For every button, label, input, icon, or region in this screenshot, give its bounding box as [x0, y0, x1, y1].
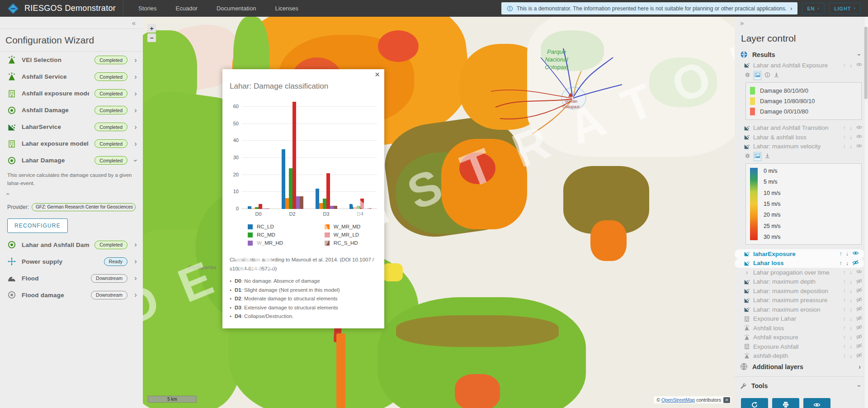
- map[interactable]: ParqueNacionalCotopaxi VolcánCotopaxi Co…: [143, 17, 735, 408]
- move-up-icon[interactable]: ↑: [840, 251, 842, 257]
- move-up-icon[interactable]: ↑: [843, 134, 846, 140]
- move-down-icon[interactable]: ↓: [846, 251, 849, 257]
- download-icon[interactable]: [764, 152, 770, 161]
- move-up-icon[interactable]: ↑: [843, 343, 846, 350]
- move-up-icon[interactable]: ↑: [843, 353, 846, 359]
- layer-laharexposure[interactable]: laharExposure↑↓: [735, 249, 864, 259]
- move-up-icon[interactable]: ↑: [843, 125, 846, 131]
- collapse-caret-row[interactable]: ›: [0, 189, 143, 198]
- info-icon[interactable]: [764, 71, 770, 80]
- eye-off-icon[interactable]: [856, 333, 863, 342]
- move-down-icon[interactable]: ↓: [849, 325, 852, 331]
- openstreetmap-link[interactable]: OpenStreetMap: [661, 397, 695, 403]
- layer-ashfall-exposure[interactable]: Ashfall exposure↑↓: [735, 333, 868, 342]
- move-down-icon[interactable]: ↓: [849, 134, 852, 140]
- eye-off-icon[interactable]: [856, 352, 863, 360]
- layer-lahar-maximum-deposition[interactable]: Lahar: maximum deposition↑↓: [735, 286, 868, 296]
- scrollbar-thumb[interactable]: [864, 27, 868, 99]
- wizard-step-ashfall-exposure-model[interactable]: Ashfall exposure modelCompleted›: [0, 85, 143, 102]
- nav-link-licenses[interactable]: Licenses: [275, 5, 298, 12]
- layer-lahar-and-ashfall-exposure[interactable]: Lahar and Ashfall Exposure↑↓: [735, 61, 868, 70]
- theme-select[interactable]: LIGHT ▾: [829, 3, 861, 14]
- reconfigure-button[interactable]: RECONFIGURE: [7, 218, 68, 233]
- eye-button[interactable]: [803, 398, 830, 408]
- eye-off-icon[interactable]: [852, 259, 859, 267]
- close-icon[interactable]: ×: [375, 70, 380, 80]
- eye-icon[interactable]: [856, 133, 863, 141]
- layer-exposure-lahar[interactable]: Exposure Lahar↑↓: [735, 314, 868, 324]
- layer-lahar-propagation-over-time[interactable]: ›Lahar propagation over time↑↓: [735, 268, 868, 277]
- zoom-out-button[interactable]: −: [147, 33, 156, 42]
- wizard-step-ashfall-damage[interactable]: Ashfall DamageCompleted›: [0, 102, 143, 119]
- move-down-icon[interactable]: ↓: [846, 260, 849, 266]
- move-up-icon[interactable]: ↑: [843, 316, 846, 322]
- layer-lahar-maximum-velocity[interactable]: Lahar: maximum velocity↑↓: [735, 142, 868, 152]
- eye-off-icon[interactable]: [856, 278, 863, 286]
- results-group[interactable]: Results ›: [735, 48, 868, 61]
- move-down-icon[interactable]: ↓: [849, 288, 852, 294]
- move-up-icon[interactable]: ↑: [840, 260, 842, 266]
- print-button[interactable]: [772, 398, 799, 408]
- layer-ashfall-loss[interactable]: Ashfall loss↑↓: [735, 323, 868, 333]
- move-down-icon[interactable]: ↓: [849, 334, 852, 341]
- move-down-icon[interactable]: ↓: [849, 62, 852, 68]
- move-down-icon[interactable]: ↓: [849, 269, 852, 275]
- chevron-right-icon[interactable]: ›: [790, 5, 792, 12]
- additional-layers-group[interactable]: Additional layers ›: [735, 361, 868, 373]
- nav-link-ecuador[interactable]: Ecuador: [176, 5, 198, 12]
- legend-image-icon[interactable]: [754, 71, 761, 80]
- move-down-icon[interactable]: ↓: [849, 125, 852, 131]
- layer-lahar-ashfall-loss[interactable]: Lahar & ashfall loss↑↓: [735, 133, 868, 142]
- window-scrollbar[interactable]: [864, 17, 868, 408]
- collapse-left-icon[interactable]: «: [132, 19, 136, 27]
- move-up-icon[interactable]: ↑: [843, 279, 846, 285]
- nav-link-documentation[interactable]: Documentation: [217, 5, 256, 12]
- eye-icon[interactable]: [856, 268, 863, 276]
- move-up-icon[interactable]: ↑: [843, 288, 846, 294]
- wizard-step-lahar-damage[interactable]: Lahar DamageCompleted›: [0, 152, 143, 169]
- move-up-icon[interactable]: ↑: [843, 325, 846, 331]
- wizard-step-vei-selection[interactable]: VEI SelectionCompleted›: [0, 52, 143, 68]
- move-up-icon[interactable]: ↑: [843, 306, 846, 313]
- wizard-step-lahar-exposure-model[interactable]: Lahar exposure modelCompleted›: [0, 135, 143, 152]
- refresh-button[interactable]: [741, 398, 768, 408]
- layer-exposure-ashfall[interactable]: Exposure Ashfall↑↓: [735, 342, 868, 351]
- eye-icon[interactable]: [856, 142, 863, 151]
- wizard-step-flood[interactable]: FloodDownstream›: [0, 270, 143, 287]
- layer-ashfall-depth[interactable]: ashfall-depth↑↓: [735, 351, 868, 361]
- move-up-icon[interactable]: ↑: [843, 62, 846, 68]
- attribution-expand-icon[interactable]: »: [723, 397, 730, 403]
- move-down-icon[interactable]: ↓: [849, 306, 852, 313]
- eye-off-icon[interactable]: [856, 315, 863, 323]
- settings-icon[interactable]: [745, 152, 750, 161]
- move-up-icon[interactable]: ↑: [843, 269, 846, 275]
- move-up-icon[interactable]: ↑: [843, 143, 846, 150]
- move-up-icon[interactable]: ↑: [843, 297, 846, 304]
- layer-lahar-and-ashfall-transition[interactable]: Lahar and Ashfall Transition↑↓: [735, 123, 868, 133]
- wizard-step-flood-damage[interactable]: Flood damageDownstream›: [0, 287, 143, 304]
- language-select[interactable]: EN ▾: [802, 3, 825, 14]
- layer-lahar-loss[interactable]: Lahar loss↑↓: [735, 259, 864, 268]
- move-down-icon[interactable]: ↓: [849, 316, 852, 322]
- wizard-step-lahar-and-ashfall-damage[interactable]: Lahar and Ashfall DamageCompleted›: [0, 237, 143, 253]
- eye-icon[interactable]: [856, 61, 863, 69]
- layer-lahar-maximum-preassure[interactable]: Lahar: maximum preassure↑↓: [735, 296, 868, 305]
- eye-icon[interactable]: [852, 250, 859, 258]
- eye-off-icon[interactable]: [856, 287, 863, 295]
- layer-lahar-maximum-erosion[interactable]: Lahar: maximum erosion↑↓: [735, 305, 868, 314]
- eye-off-icon[interactable]: [856, 342, 863, 351]
- move-down-icon[interactable]: ↓: [849, 143, 852, 150]
- wizard-step-ashfall-service[interactable]: Ashfall ServiceCompleted›: [0, 68, 143, 85]
- move-down-icon[interactable]: ↓: [849, 279, 852, 285]
- eye-off-icon[interactable]: [856, 305, 863, 313]
- zoom-in-button[interactable]: +: [147, 24, 156, 33]
- move-up-icon[interactable]: ↑: [843, 334, 846, 341]
- wizard-step-power-supply[interactable]: Power supplyReady›: [0, 253, 143, 270]
- eye-icon[interactable]: [856, 124, 863, 132]
- expand-right-icon[interactable]: »: [740, 19, 744, 27]
- move-down-icon[interactable]: ↓: [849, 343, 852, 350]
- wizard-step-laharservice[interactable]: LaharServiceCompleted›: [0, 119, 143, 135]
- download-icon[interactable]: [774, 71, 779, 80]
- demo-disclaimer-banner[interactable]: This is a demonstrator. The information …: [501, 2, 798, 14]
- legend-image-icon[interactable]: [754, 152, 761, 161]
